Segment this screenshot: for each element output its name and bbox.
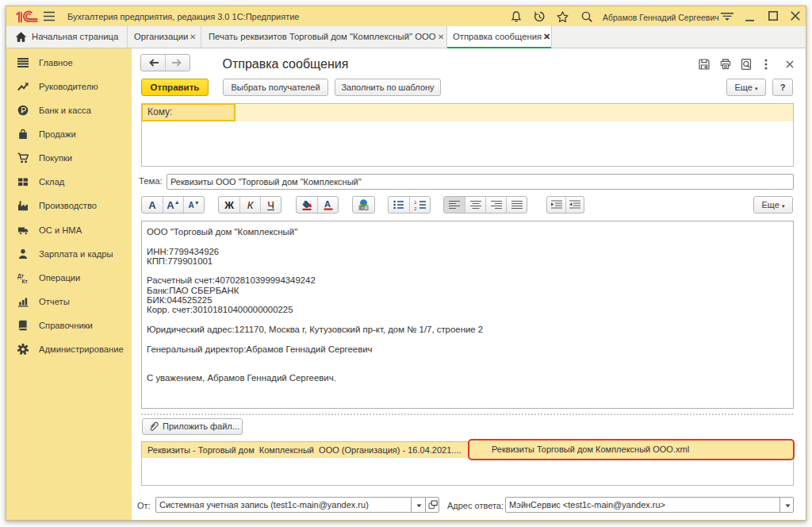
svg-text:Кт: Кт [22, 278, 28, 283]
svg-text:А: А [324, 199, 331, 209]
svg-text:2: 2 [414, 206, 417, 211]
svg-text:1: 1 [414, 200, 417, 205]
